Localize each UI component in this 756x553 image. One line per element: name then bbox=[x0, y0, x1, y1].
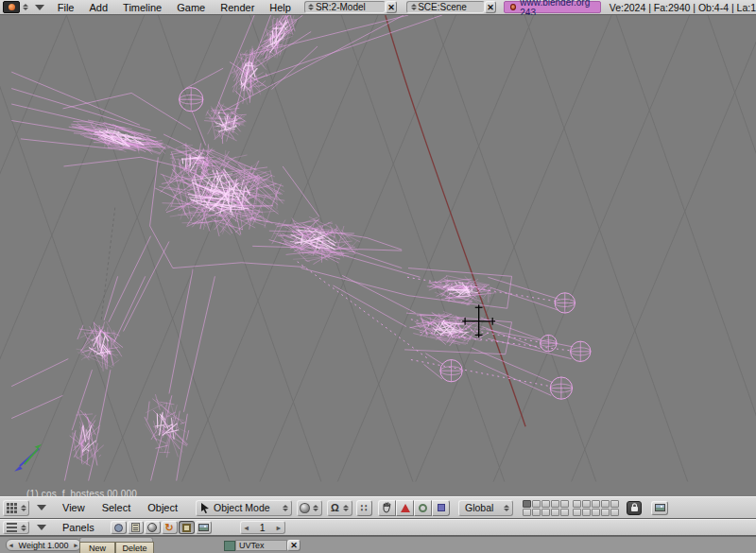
scene-statistics: Ve:2024 | Fa:2940 | Ob:4-4 | La:1 bbox=[610, 2, 756, 13]
frame-value: 1 bbox=[260, 522, 266, 533]
proportional-edit-button[interactable]: ∷ bbox=[356, 500, 372, 516]
blender-target-icon bbox=[510, 4, 516, 10]
shading-context-button[interactable] bbox=[145, 521, 161, 534]
active-object-label: (1) cos_f_hostess.00.000 bbox=[26, 489, 137, 496]
scene-selector[interactable]: SCE:Scene bbox=[406, 1, 485, 13]
buttons-window-icon bbox=[7, 523, 17, 532]
frame-decrement-icon[interactable]: ◂ bbox=[245, 524, 249, 532]
scene-context-button[interactable] bbox=[196, 521, 212, 534]
menu-object[interactable]: Object bbox=[139, 502, 186, 513]
hand-icon bbox=[382, 502, 392, 513]
object-icon: ↻ bbox=[165, 523, 174, 533]
menu-view[interactable]: View bbox=[54, 502, 94, 513]
scale-icon bbox=[438, 504, 445, 511]
viewport-grid-icon bbox=[7, 503, 17, 513]
editing-context-button[interactable] bbox=[179, 521, 195, 534]
vertex-group-delete-button[interactable]: Delete bbox=[115, 542, 154, 553]
rotation-pivot-icon: Ω bbox=[330, 502, 340, 513]
rotate-icon bbox=[419, 504, 427, 512]
weight-slider[interactable]: ◂ Weight 1.000 ▸ bbox=[6, 539, 81, 551]
menu-select[interactable]: Select bbox=[94, 502, 140, 513]
script-icon bbox=[131, 523, 140, 532]
buttons-context-group: ↻ bbox=[111, 521, 212, 534]
screen-selector[interactable]: SR:2-Model bbox=[304, 1, 386, 13]
layer-grid-left[interactable] bbox=[523, 500, 569, 516]
frame-number-field[interactable]: ◂ 1 ▸ bbox=[240, 521, 285, 534]
logic-icon bbox=[114, 524, 123, 532]
header-collapse-spinner[interactable] bbox=[22, 2, 29, 13]
screen-selector-value: SR:2-Model bbox=[316, 2, 366, 12]
weight-increment-icon[interactable]: ▸ bbox=[74, 542, 77, 549]
editing-icon bbox=[182, 524, 191, 532]
cursor-arrow-icon bbox=[200, 503, 210, 513]
shading-icon bbox=[147, 523, 157, 532]
orientation-selector[interactable]: Global bbox=[458, 500, 513, 516]
manipulator-rotate-button[interactable] bbox=[414, 500, 432, 516]
manipulator-translate-button[interactable] bbox=[396, 500, 414, 516]
screen-close-button[interactable]: ✕ bbox=[386, 1, 397, 13]
scene-selector-spinner[interactable] bbox=[409, 4, 418, 10]
screen-selector-spinner[interactable] bbox=[307, 4, 316, 10]
scene-selector-value: SCE:Scene bbox=[418, 2, 467, 12]
weight-slider-value: Weight 1.000 bbox=[19, 541, 69, 550]
lock-layers-button[interactable] bbox=[627, 501, 642, 515]
menu-game[interactable]: Game bbox=[169, 2, 213, 13]
vertex-group-new-button[interactable]: New bbox=[79, 542, 115, 553]
draw-type-selector[interactable] bbox=[297, 500, 322, 516]
top-header: File Add Timeline Game Render Help SR:2-… bbox=[0, 0, 756, 15]
render-preview-button[interactable] bbox=[651, 501, 668, 515]
viewport-3d[interactable]: (1) cos_f_hostess.00.000 bbox=[0, 15, 756, 496]
buttons-menu-toggle-icon[interactable] bbox=[37, 525, 46, 530]
menu-file[interactable]: File bbox=[50, 2, 82, 13]
manipulator-hand-button[interactable] bbox=[378, 500, 396, 516]
mode-selector-value: Object Mode bbox=[214, 502, 277, 513]
buttons-window-content: ◂ Weight 1.000 ▸ New Delete UVTex ✕ bbox=[0, 536, 756, 553]
pivot-selector[interactable]: Ω bbox=[327, 500, 352, 516]
uvtex-color-swatch[interactable] bbox=[224, 541, 235, 551]
layer-buttons bbox=[523, 500, 619, 516]
manipulator-scale-button[interactable] bbox=[432, 500, 450, 516]
menu-help[interactable]: Help bbox=[262, 2, 299, 13]
menu-render[interactable]: Render bbox=[213, 2, 262, 13]
menu-panels[interactable]: Panels bbox=[54, 522, 103, 533]
mode-selector[interactable]: Object Mode bbox=[196, 500, 292, 516]
window-type-selector-buttons[interactable] bbox=[3, 521, 29, 534]
uvtex-name-field[interactable]: UVTex bbox=[235, 540, 287, 551]
scene-icon bbox=[198, 524, 209, 531]
frame-increment-icon[interactable]: ▸ bbox=[277, 524, 281, 532]
window-type-selector-3d[interactable] bbox=[3, 500, 29, 516]
wireframe-model bbox=[0, 15, 756, 496]
translate-icon bbox=[401, 504, 410, 512]
header-menu-toggle-icon[interactable] bbox=[35, 5, 44, 10]
weight-decrement-icon[interactable]: ◂ bbox=[9, 542, 13, 549]
menu-timeline[interactable]: Timeline bbox=[115, 2, 169, 13]
object-context-button[interactable]: ↻ bbox=[162, 521, 178, 534]
orientation-value: Global bbox=[465, 502, 502, 513]
version-badge[interactable]: www.blender.org 243 bbox=[504, 1, 601, 13]
buttons-window-header: Panels ↻ ◂ 1 ▸ bbox=[0, 519, 756, 536]
image-icon bbox=[655, 504, 665, 511]
lock-icon bbox=[630, 503, 639, 512]
view3d-header: View Select Object Object Mode Ω ∷ Globa… bbox=[0, 496, 756, 519]
logic-context-button[interactable] bbox=[111, 521, 127, 534]
uvtex-row: UVTex ✕ bbox=[224, 540, 301, 551]
blender-logo-icon[interactable] bbox=[3, 1, 20, 13]
scene-close-button[interactable]: ✕ bbox=[485, 1, 496, 13]
draw-type-sphere-icon bbox=[300, 503, 310, 513]
view3d-menu-toggle-icon[interactable] bbox=[37, 505, 46, 510]
script-context-button[interactable] bbox=[128, 521, 144, 534]
menu-add[interactable]: Add bbox=[82, 2, 116, 13]
layer-grid-right[interactable] bbox=[573, 500, 619, 516]
uvtex-name: UVTex bbox=[239, 541, 265, 550]
uvtex-delete-button[interactable]: ✕ bbox=[287, 540, 301, 551]
manipulator-group bbox=[378, 500, 450, 516]
dots-icon: ∷ bbox=[361, 502, 369, 514]
